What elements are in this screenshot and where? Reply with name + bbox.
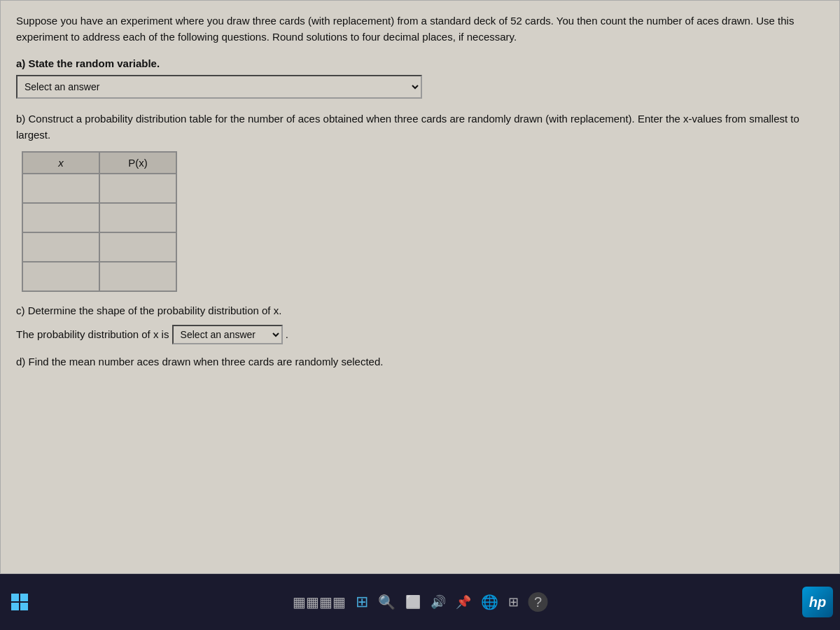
- input-x-2[interactable]: [23, 233, 99, 261]
- input-px-2[interactable]: [100, 233, 176, 261]
- table-cell-px-3: [99, 262, 176, 291]
- table-row: [22, 232, 176, 262]
- taskbar-search-btn[interactable]: 🔍: [378, 594, 396, 610]
- start-icon-q4: [20, 603, 28, 610]
- input-x-1[interactable]: [23, 204, 99, 232]
- table-row: [22, 174, 176, 203]
- table-cell-x-2: [22, 232, 99, 262]
- taskbar-search-icon[interactable]: ▦▦▦▦: [293, 594, 346, 610]
- main-content: Suppose you have an experiment where you…: [0, 0, 840, 574]
- table-cell-x-0: [22, 174, 99, 203]
- input-x-3[interactable]: [23, 262, 99, 290]
- start-icon-q1: [11, 594, 19, 601]
- input-px-3[interactable]: [100, 262, 176, 290]
- table-row: [22, 262, 176, 291]
- input-x-0[interactable]: [23, 174, 99, 202]
- taskbar-apps-icon[interactable]: ⊞: [508, 594, 519, 610]
- table-cell-x-1: [22, 203, 99, 232]
- start-button[interactable]: [7, 589, 32, 615]
- col-header-px: P(x): [99, 152, 176, 174]
- part-c-dropdown-wrapper: Select an answer right skewed left skewe…: [172, 325, 283, 344]
- part-d-text: d) Find the mean number aces drawn when …: [16, 354, 824, 370]
- part-a-dropdown-container: Select an answer X = the number of aces …: [16, 75, 422, 99]
- taskbar-pin-icon[interactable]: 📌: [456, 594, 471, 610]
- taskbar-left: [7, 589, 32, 615]
- table-cell-px-2: [99, 232, 176, 262]
- part-c-inline: The probability distribution of x is Sel…: [16, 325, 824, 344]
- probability-table: x P(x): [22, 151, 177, 292]
- part-a-select[interactable]: Select an answer X = the number of aces …: [16, 75, 422, 99]
- table-cell-px-1: [99, 203, 176, 232]
- taskbar-taskview-icon[interactable]: ⬜: [405, 594, 421, 610]
- taskbar-edge-icon[interactable]: 🌐: [481, 594, 498, 610]
- taskbar-volume-icon[interactable]: 🔊: [430, 594, 446, 610]
- part-c-period: .: [286, 328, 288, 340]
- start-icon-q2: [20, 594, 28, 601]
- hp-logo: hp: [802, 587, 833, 617]
- taskbar-windows-icon[interactable]: ⊞: [356, 593, 368, 611]
- part-c-select[interactable]: Select an answer right skewed left skewe…: [172, 325, 283, 344]
- table-cell-px-0: [99, 174, 176, 203]
- start-icon-q3: [11, 603, 19, 610]
- taskbar: ▦▦▦▦ ⊞ 🔍 ⬜ 🔊 📌 🌐 ⊞ ? hp: [0, 574, 840, 630]
- part-c-text: The probability distribution of x is: [16, 328, 169, 340]
- taskbar-help-icon[interactable]: ?: [528, 592, 548, 612]
- part-a-label: a) State the random variable.: [16, 57, 824, 69]
- taskbar-center: ▦▦▦▦ ⊞ 🔍 ⬜ 🔊 📌 🌐 ⊞ ?: [293, 592, 548, 612]
- problem-intro: Suppose you have an experiment where you…: [16, 13, 824, 45]
- input-px-0[interactable]: [100, 174, 176, 202]
- part-a-dropdown-wrapper: Select an answer X = the number of aces …: [16, 75, 824, 99]
- part-b-label: b) Construct a probability distribution …: [16, 111, 824, 143]
- col-header-x: x: [22, 152, 99, 174]
- part-c-section: c) Determine the shape of the probabilit…: [16, 303, 824, 344]
- table-row: [22, 203, 176, 232]
- taskbar-right: hp: [802, 587, 833, 617]
- part-c-label: c) Determine the shape of the probabilit…: [16, 303, 824, 319]
- hp-text: hp: [809, 594, 826, 610]
- table-cell-x-3: [22, 262, 99, 291]
- input-px-1[interactable]: [100, 204, 176, 232]
